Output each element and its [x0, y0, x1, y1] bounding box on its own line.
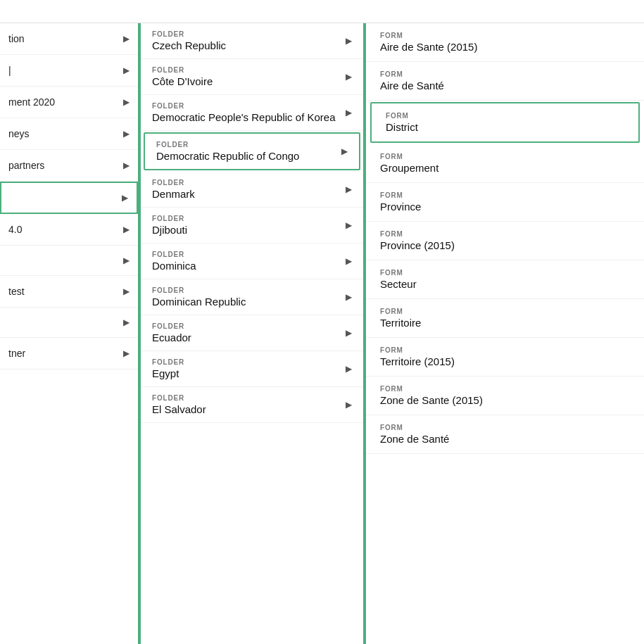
left-item-label: tion: [8, 33, 25, 44]
chevron-right-icon: ▶: [346, 184, 352, 194]
chevron-right-icon: ▶: [346, 108, 352, 118]
form-name: District: [386, 121, 624, 133]
folder-item-czech-republic[interactable]: FOLDERCzech Republic▶: [141, 23, 363, 59]
left-item-label: ment 2020: [8, 96, 55, 108]
left-item-tion[interactable]: tion▶: [0, 23, 138, 55]
form-type-label: FORM: [380, 385, 630, 393]
folder-item-dominican-republic[interactable]: FOLDERDominican Republic▶: [141, 279, 363, 315]
form-item-secteur[interactable]: FORMSecteur: [366, 260, 644, 299]
chevron-right-icon: ▶: [346, 400, 352, 410]
chevron-right-icon: ▶: [123, 160, 130, 170]
chevron-right-icon: ▶: [346, 36, 352, 46]
form-item-province-2015[interactable]: FORMProvince (2015): [366, 222, 644, 260]
left-item-active-item[interactable]: ▶: [0, 182, 138, 214]
folder-name: Djibouti: [152, 224, 187, 236]
folder-item-denmark[interactable]: FOLDERDenmark▶: [141, 172, 363, 208]
form-name: Territoire: [380, 317, 630, 329]
folder-item-el-salvador[interactable]: FOLDEREl Salvador▶: [141, 387, 363, 423]
left-item-partners[interactable]: partners▶: [0, 150, 138, 182]
chevron-right-icon: ▶: [123, 34, 130, 44]
folder-name: Denmark: [152, 188, 195, 200]
left-item-ment2020[interactable]: ment 2020▶: [0, 87, 138, 118]
left-item-label: partners: [8, 160, 44, 171]
folder-item-djibouti[interactable]: FOLDERDjibouti▶: [141, 208, 363, 244]
folder-type-label: FOLDER: [152, 215, 187, 222]
form-name: Aire de Santé: [380, 80, 630, 91]
chevron-right-icon: ▶: [346, 256, 352, 266]
folder-type-label: FOLDER: [152, 102, 336, 110]
form-item-territoire[interactable]: FORMTerritoire: [366, 299, 644, 338]
folder-type-label: FOLDER: [152, 394, 206, 402]
left-item-blank[interactable]: ▶: [0, 246, 138, 276]
form-name: Secteur: [380, 278, 630, 290]
folder-name: Democratic Republic of Congo: [156, 150, 299, 162]
form-type-label: FORM: [380, 191, 630, 199]
form-type-label: FORM: [380, 230, 630, 238]
left-item-label: neys: [8, 128, 30, 139]
form-type-label: FORM: [380, 346, 630, 354]
form-name: Zone de Santé: [380, 433, 630, 445]
form-item-groupement[interactable]: FORMGroupement: [366, 144, 644, 183]
left-item-neys[interactable]: neys▶: [0, 118, 138, 150]
folder-type-label: FOLDER: [152, 322, 191, 330]
folder-column: FOLDERCzech Republic▶FOLDERCôte D'Ivoire…: [141, 23, 366, 644]
form-item-aire-sante[interactable]: FORMAire de Santé: [366, 62, 644, 101]
folder-item-drc[interactable]: FOLDERDemocratic Republic of Congo▶: [144, 132, 360, 170]
chevron-right-icon: ▶: [123, 286, 130, 296]
form-name: Aire de Sante (2015): [380, 41, 630, 53]
chevron-right-icon: ▶: [123, 255, 130, 265]
folder-name: El Salvador: [152, 403, 206, 415]
left-item-label: tner: [8, 348, 25, 359]
folder-item-ecuador[interactable]: FOLDEREcuador▶: [141, 315, 363, 351]
left-column: tion▶|▶ment 2020▶neys▶partners▶▶4.0▶▶tes…: [0, 23, 141, 644]
form-name: Groupement: [380, 162, 630, 174]
chevron-right-icon: ▶: [346, 364, 352, 374]
folder-name: Egypt: [152, 367, 184, 379]
chevron-right-icon: ▶: [341, 146, 348, 156]
folder-name: Ecuador: [152, 332, 191, 343]
chevron-right-icon: ▶: [122, 193, 128, 203]
left-item-label: 4.0: [8, 224, 22, 235]
folder-item-dominica[interactable]: FOLDERDominica▶: [141, 244, 363, 279]
chevron-right-icon: ▶: [346, 328, 352, 338]
folder-name: Côte D'Ivoire: [152, 75, 213, 87]
left-item-label: test: [8, 286, 25, 297]
left-item-pipe[interactable]: |▶: [0, 55, 138, 87]
header: [0, 0, 644, 23]
form-item-aire-sante-2015[interactable]: FORMAire de Sante (2015): [366, 23, 644, 62]
left-item-4-0[interactable]: 4.0▶: [0, 214, 138, 246]
folder-name: Dominican Republic: [152, 296, 246, 308]
columns-wrapper: tion▶|▶ment 2020▶neys▶partners▶▶4.0▶▶tes…: [0, 23, 644, 644]
form-type-label: FORM: [380, 269, 630, 277]
chevron-right-icon: ▶: [123, 317, 130, 327]
form-name: Zone de Sante (2015): [380, 394, 630, 406]
folder-type-label: FOLDER: [152, 251, 196, 258]
left-item-tner[interactable]: tner▶: [0, 338, 138, 370]
folder-name: Dominica: [152, 260, 196, 272]
chevron-right-icon: ▶: [123, 348, 130, 358]
folder-type-label: FOLDER: [152, 286, 246, 294]
form-type-label: FORM: [380, 424, 630, 431]
form-item-district[interactable]: FORMDistrict: [370, 102, 640, 143]
form-item-province[interactable]: FORMProvince: [366, 183, 644, 222]
form-name: Territoire (2015): [380, 355, 630, 367]
folder-item-dprk[interactable]: FOLDERDemocratic People's Republic of Ko…: [141, 95, 363, 131]
form-item-zone-sante[interactable]: FORMZone de Santé: [366, 415, 644, 454]
form-item-territoire-2015[interactable]: FORMTerritoire (2015): [366, 338, 644, 377]
folder-type-label: FOLDER: [152, 66, 213, 74]
folder-item-egypt[interactable]: FOLDEREgypt▶: [141, 351, 363, 387]
chevron-right-icon: ▶: [346, 220, 352, 230]
folder-type-label: FOLDER: [152, 30, 226, 38]
folder-item-cote-divoire[interactable]: FOLDERCôte D'Ivoire▶: [141, 59, 363, 95]
chevron-right-icon: ▶: [123, 97, 130, 107]
left-item-test[interactable]: test▶: [0, 276, 138, 308]
form-item-zone-sante-2015[interactable]: FORMZone de Sante (2015): [366, 377, 644, 415]
chevron-right-icon: ▶: [346, 72, 352, 82]
form-type-label: FORM: [380, 153, 630, 160]
page-container: tion▶|▶ment 2020▶neys▶partners▶▶4.0▶▶tes…: [0, 0, 644, 644]
folder-type-label: FOLDER: [156, 141, 299, 149]
forms-column: FORMAire de Sante (2015)FORMAire de Sant…: [366, 23, 644, 644]
chevron-right-icon: ▶: [123, 65, 130, 75]
left-item-blank2[interactable]: ▶: [0, 308, 138, 338]
left-item-label: |: [8, 65, 11, 76]
